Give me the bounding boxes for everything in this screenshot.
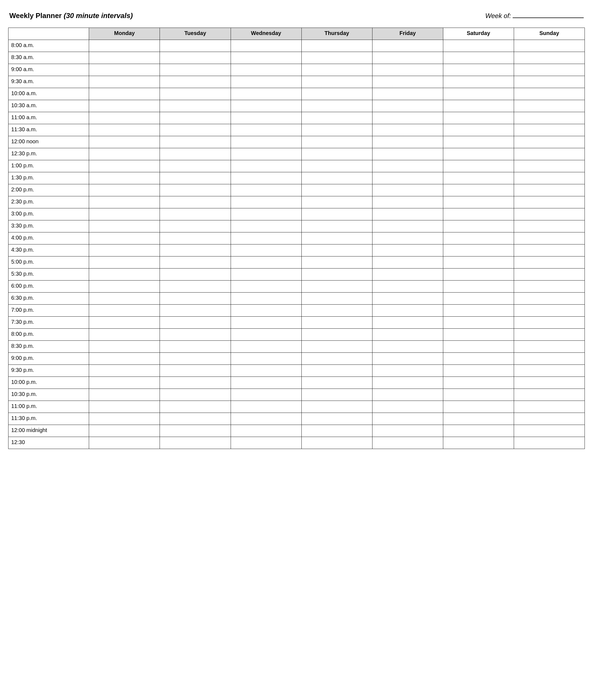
planner-cell[interactable] xyxy=(372,208,443,220)
planner-cell[interactable] xyxy=(302,268,372,281)
planner-cell[interactable] xyxy=(372,329,443,341)
planner-cell[interactable] xyxy=(89,317,160,329)
planner-cell[interactable] xyxy=(89,268,160,281)
planner-cell[interactable] xyxy=(514,76,585,88)
planner-cell[interactable] xyxy=(443,281,514,293)
planner-cell[interactable] xyxy=(160,76,231,88)
planner-cell[interactable] xyxy=(160,256,231,268)
planner-cell[interactable] xyxy=(302,353,372,365)
planner-cell[interactable] xyxy=(443,293,514,305)
planner-cell[interactable] xyxy=(160,305,231,317)
planner-cell[interactable] xyxy=(231,40,302,52)
planner-cell[interactable] xyxy=(443,172,514,184)
planner-cell[interactable] xyxy=(302,401,372,413)
planner-cell[interactable] xyxy=(443,268,514,281)
planner-cell[interactable] xyxy=(443,124,514,136)
planner-cell[interactable] xyxy=(443,245,514,256)
planner-cell[interactable] xyxy=(514,305,585,317)
planner-cell[interactable] xyxy=(231,196,302,208)
planner-cell[interactable] xyxy=(443,88,514,100)
planner-cell[interactable] xyxy=(372,76,443,88)
planner-cell[interactable] xyxy=(372,377,443,389)
planner-cell[interactable] xyxy=(514,124,585,136)
planner-cell[interactable] xyxy=(89,425,160,437)
planner-cell[interactable] xyxy=(160,124,231,136)
planner-cell[interactable] xyxy=(89,377,160,389)
planner-cell[interactable] xyxy=(302,40,372,52)
planner-cell[interactable] xyxy=(443,148,514,160)
planner-cell[interactable] xyxy=(160,317,231,329)
planner-cell[interactable] xyxy=(89,208,160,220)
planner-cell[interactable] xyxy=(302,329,372,341)
planner-cell[interactable] xyxy=(160,281,231,293)
planner-cell[interactable] xyxy=(89,160,160,172)
planner-cell[interactable] xyxy=(231,76,302,88)
planner-cell[interactable] xyxy=(302,232,372,245)
planner-cell[interactable] xyxy=(514,317,585,329)
planner-cell[interactable] xyxy=(160,365,231,377)
planner-cell[interactable] xyxy=(160,184,231,196)
planner-cell[interactable] xyxy=(231,413,302,425)
planner-cell[interactable] xyxy=(160,425,231,437)
planner-cell[interactable] xyxy=(514,172,585,184)
planner-cell[interactable] xyxy=(372,413,443,425)
planner-cell[interactable] xyxy=(302,136,372,148)
planner-cell[interactable] xyxy=(231,232,302,245)
planner-cell[interactable] xyxy=(443,305,514,317)
planner-cell[interactable] xyxy=(443,329,514,341)
planner-cell[interactable] xyxy=(89,184,160,196)
planner-cell[interactable] xyxy=(89,52,160,64)
planner-cell[interactable] xyxy=(372,305,443,317)
planner-cell[interactable] xyxy=(89,365,160,377)
planner-cell[interactable] xyxy=(89,413,160,425)
planner-cell[interactable] xyxy=(231,208,302,220)
planner-cell[interactable] xyxy=(372,52,443,64)
planner-cell[interactable] xyxy=(372,256,443,268)
planner-cell[interactable] xyxy=(372,245,443,256)
planner-cell[interactable] xyxy=(372,317,443,329)
planner-cell[interactable] xyxy=(89,305,160,317)
planner-cell[interactable] xyxy=(160,437,231,449)
planner-cell[interactable] xyxy=(160,377,231,389)
planner-cell[interactable] xyxy=(372,196,443,208)
planner-cell[interactable] xyxy=(514,196,585,208)
planner-cell[interactable] xyxy=(160,245,231,256)
planner-cell[interactable] xyxy=(231,317,302,329)
planner-cell[interactable] xyxy=(372,100,443,112)
planner-cell[interactable] xyxy=(89,172,160,184)
planner-cell[interactable] xyxy=(372,437,443,449)
planner-cell[interactable] xyxy=(160,172,231,184)
planner-cell[interactable] xyxy=(89,232,160,245)
planner-cell[interactable] xyxy=(89,293,160,305)
planner-cell[interactable] xyxy=(372,293,443,305)
planner-cell[interactable] xyxy=(514,293,585,305)
planner-cell[interactable] xyxy=(372,232,443,245)
planner-cell[interactable] xyxy=(443,100,514,112)
planner-cell[interactable] xyxy=(443,76,514,88)
planner-cell[interactable] xyxy=(372,353,443,365)
planner-cell[interactable] xyxy=(514,425,585,437)
planner-cell[interactable] xyxy=(443,401,514,413)
planner-cell[interactable] xyxy=(302,317,372,329)
planner-cell[interactable] xyxy=(372,365,443,377)
planner-cell[interactable] xyxy=(231,389,302,401)
planner-cell[interactable] xyxy=(89,124,160,136)
planner-cell[interactable] xyxy=(231,148,302,160)
planner-cell[interactable] xyxy=(443,136,514,148)
planner-cell[interactable] xyxy=(514,437,585,449)
planner-cell[interactable] xyxy=(302,413,372,425)
planner-cell[interactable] xyxy=(231,437,302,449)
planner-cell[interactable] xyxy=(372,281,443,293)
planner-cell[interactable] xyxy=(89,353,160,365)
planner-cell[interactable] xyxy=(160,341,231,353)
planner-cell[interactable] xyxy=(302,389,372,401)
planner-cell[interactable] xyxy=(372,425,443,437)
planner-cell[interactable] xyxy=(443,413,514,425)
planner-cell[interactable] xyxy=(302,112,372,124)
planner-cell[interactable] xyxy=(89,341,160,353)
planner-cell[interactable] xyxy=(302,293,372,305)
planner-cell[interactable] xyxy=(302,208,372,220)
planner-cell[interactable] xyxy=(443,64,514,76)
planner-cell[interactable] xyxy=(514,64,585,76)
planner-cell[interactable] xyxy=(443,437,514,449)
